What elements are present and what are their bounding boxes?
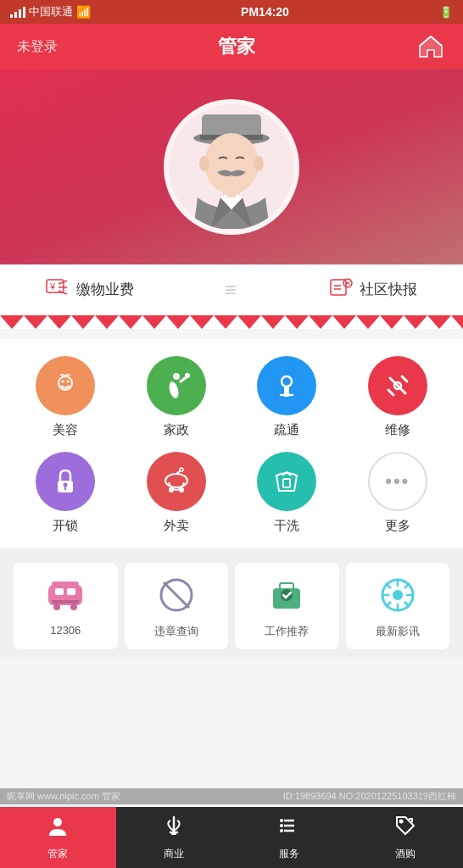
unlock-label: 开锁: [53, 518, 78, 534]
pay-property-fee-button[interactable]: ¥ 缴物业费: [46, 278, 134, 301]
tab-service-label: 服务: [279, 847, 299, 861]
news-icon: [329, 278, 353, 301]
tab-service-icon: [277, 814, 301, 843]
svg-point-52: [70, 604, 77, 610]
features-grid: 12306 违章查询 工作推荐: [14, 563, 449, 649]
feature-violation[interactable]: 违章查询: [125, 563, 229, 649]
beauty-icon: [36, 356, 95, 415]
svg-point-68: [53, 818, 62, 826]
svg-rect-49: [67, 588, 75, 595]
svg-point-42: [179, 487, 184, 492]
community-news-button[interactable]: 社区快报: [329, 278, 417, 301]
svg-point-77: [399, 820, 403, 824]
home-button[interactable]: [416, 31, 446, 62]
svg-line-35: [388, 390, 393, 395]
tab-bar: 管家 商业 服务: [0, 807, 463, 868]
tab-tag-icon: [393, 814, 417, 843]
job-icon: [265, 573, 309, 617]
more-icon: •••: [368, 452, 427, 511]
svg-rect-48: [55, 588, 64, 595]
watermark-right: ID:19893694 NO:20201225103319西红柿: [283, 790, 456, 803]
violation-label: 违章查询: [154, 624, 198, 639]
tab-shop-label: 商业: [164, 847, 184, 861]
tab-service[interactable]: 服务: [232, 807, 348, 868]
tab-tag[interactable]: 酒购: [348, 807, 464, 868]
movie-icon: [376, 573, 420, 617]
svg-line-14: [59, 281, 67, 284]
dredge-icon: [257, 356, 316, 415]
services-grid: 美容 家政 疏通: [14, 356, 449, 534]
watermark: 昵享网 www.nipic.com 管家 ID:19893694 NO:2020…: [0, 788, 463, 804]
violation-icon: [154, 573, 198, 617]
dredge-label: 疏通: [274, 422, 299, 438]
app-header: 未登录 管家: [0, 24, 463, 70]
svg-point-41: [169, 487, 174, 492]
tab-home-icon: [46, 814, 70, 843]
laundry-icon: [257, 452, 316, 511]
svg-line-33: [390, 378, 405, 393]
svg-text:¥: ¥: [49, 281, 56, 292]
svg-point-24: [62, 381, 64, 383]
svg-point-25: [67, 381, 70, 383]
tab-shop-icon: [162, 814, 186, 843]
tab-tag-label: 酒购: [395, 847, 416, 861]
service-takeout[interactable]: 外卖: [125, 452, 229, 534]
housekeep-label: 家政: [164, 422, 189, 438]
repair-icon: [368, 356, 427, 415]
feature-train[interactable]: 12306: [14, 563, 118, 649]
housekeep-icon: [147, 356, 206, 415]
tab-home[interactable]: 管家: [0, 807, 116, 868]
service-laundry[interactable]: 干洗: [235, 452, 339, 534]
unlock-icon: [36, 452, 95, 511]
svg-line-34: [402, 376, 407, 381]
features-section: 12306 违章查询 工作推荐: [0, 549, 463, 659]
svg-point-51: [53, 604, 60, 610]
bar-divider: ≡: [225, 278, 238, 302]
movie-label: 最新影讯: [376, 624, 420, 639]
service-more[interactable]: ••• 更多: [346, 452, 450, 534]
svg-point-40: [165, 474, 187, 487]
tab-home-label: 管家: [47, 847, 68, 861]
svg-rect-45: [283, 479, 290, 487]
takeout-label: 外卖: [164, 518, 189, 534]
service-dredge[interactable]: 疏通: [235, 356, 339, 438]
wifi-icon: 📶: [76, 5, 91, 19]
hero-section: [0, 70, 463, 264]
service-unlock[interactable]: 开锁: [14, 452, 118, 534]
service-housekeep[interactable]: 家政: [125, 356, 229, 438]
tab-shop[interactable]: 商业: [116, 807, 232, 868]
svg-point-59: [393, 590, 403, 600]
battery-icon: 🔋: [439, 6, 453, 19]
watermark-left: 昵享网 www.nipic.com 管家: [7, 790, 120, 803]
news-label: 社区快报: [360, 280, 417, 299]
service-repair[interactable]: 维修: [346, 356, 450, 438]
repair-label: 维修: [385, 422, 410, 438]
fee-label: 缴物业费: [76, 280, 134, 299]
job-label: 工作推荐: [265, 624, 309, 639]
fee-icon: ¥: [46, 278, 70, 301]
status-time: PM14:20: [241, 5, 289, 19]
svg-point-30: [282, 376, 292, 387]
feature-movie[interactable]: 最新影讯: [346, 563, 450, 649]
status-left: 中国联通 📶: [10, 4, 91, 19]
svg-point-72: [280, 819, 283, 822]
svg-rect-47: [52, 581, 79, 588]
header-title: 管家: [218, 34, 255, 59]
svg-rect-50: [52, 600, 79, 604]
login-status[interactable]: 未登录: [17, 38, 58, 56]
services-section: 美容 家政 疏通: [0, 339, 463, 548]
status-bar: 中国联通 📶 PM14:20 🔋: [0, 0, 463, 24]
takeout-icon: [147, 452, 206, 511]
svg-point-38: [64, 483, 68, 487]
carrier-label: 中国联通: [29, 4, 73, 19]
svg-point-5: [254, 156, 264, 171]
feature-job[interactable]: 工作推荐: [235, 563, 339, 649]
svg-point-44: [180, 468, 183, 471]
laundry-label: 干洗: [274, 518, 299, 534]
service-beauty[interactable]: 美容: [14, 356, 118, 438]
svg-point-3: [204, 133, 259, 194]
svg-point-76: [280, 829, 283, 832]
train-icon: [43, 573, 87, 617]
svg-point-27: [167, 381, 180, 399]
butler-avatar[interactable]: [164, 99, 299, 235]
